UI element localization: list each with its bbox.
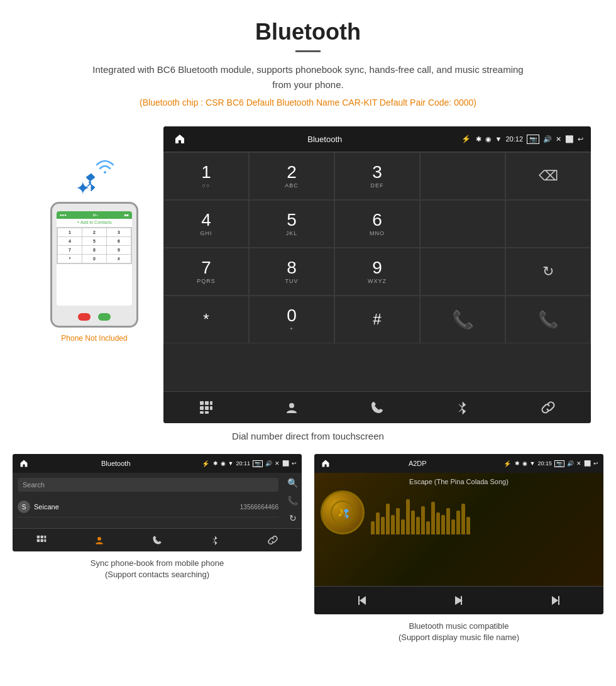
panel-usb-icon: ⚡ (202, 460, 209, 467)
call-action-btn[interactable]: 📞 (287, 495, 298, 506)
dial-key-9[interactable]: 9 WXYZ (334, 248, 420, 296)
panel-back-icon: ↩ (292, 460, 297, 467)
dial-key-6[interactable]: 6 MNO (334, 200, 420, 248)
search-bar[interactable]: Search (18, 478, 278, 492)
nav-contacts-btn[interactable] (249, 392, 334, 423)
dial-key-5[interactable]: 5 JKL (249, 200, 334, 248)
phone-key-8[interactable]: 8 (82, 246, 106, 254)
contact-row[interactable]: S Seicane 13566664466 (18, 497, 278, 517)
phone-key-7[interactable]: 7 (58, 246, 82, 254)
phone-carrier: M+ (93, 213, 99, 217)
svg-rect-19 (358, 596, 360, 605)
panel-nav-bluetooth[interactable] (186, 529, 244, 551)
dial-key-3[interactable]: 3 DEF (334, 152, 420, 200)
music-back-icon: ↩ (593, 460, 598, 467)
nav-link-btn[interactable] (505, 392, 591, 423)
music-home-btn[interactable] (319, 457, 332, 470)
nav-phone-btn[interactable] (334, 392, 420, 423)
phone-key-0[interactable]: 0 (82, 255, 106, 263)
eq-bar-12 (426, 521, 430, 534)
eq-bar-18 (456, 511, 460, 535)
dial-key-0[interactable]: 0 + (249, 296, 334, 343)
music-album-art: ♪ (321, 490, 365, 534)
eq-bar-19 (461, 504, 465, 534)
close-icon: ✕ (556, 135, 561, 143)
refresh-action-btn[interactable]: ↻ (289, 513, 297, 523)
phone-key-4[interactable]: 4 (58, 237, 82, 245)
refresh-icon: ↻ (542, 263, 554, 280)
wifi-signal-icon (94, 155, 116, 181)
music-controls (314, 586, 603, 614)
page-info-orange: (Bluetooth chip : CSR BC6 Default Blueto… (13, 97, 603, 108)
svg-rect-14 (44, 539, 46, 542)
phone-key-star[interactable]: * (58, 255, 82, 263)
dial-key-hash[interactable]: # (334, 296, 420, 343)
music-status-bar: A2DP ⚡ ✱ ◉ ▼ 20:15 📷 🔊 ✕ ⬜ ↩ (314, 454, 603, 473)
phonebook-side-actions: 🔍 📞 ↻ (283, 473, 302, 528)
phonebook-content-area: Search S Seicane 13566664466 🔍 📞 ↻ (13, 473, 302, 528)
music-screen: A2DP ⚡ ✱ ◉ ▼ 20:15 📷 🔊 ✕ ⬜ ↩ Escape (The… (314, 454, 603, 614)
music-win-icon: ⬜ (584, 460, 591, 467)
svg-rect-4 (205, 406, 209, 410)
dial-empty-4 (420, 248, 505, 296)
panel-time: 20:11 (236, 460, 250, 467)
svg-text:♪: ♪ (338, 504, 344, 519)
dial-backspace-btn[interactable]: ⌫ (505, 152, 591, 200)
dial-refresh-btn[interactable]: ↻ (505, 248, 591, 296)
panel-signal-icon: ▼ (228, 460, 234, 467)
dial-call-btn[interactable]: 📞 (420, 296, 505, 343)
dial-key-8[interactable]: 8 TUV (249, 248, 334, 296)
eq-bar-2 (376, 512, 380, 534)
panel-nav-grid[interactable] (13, 529, 70, 551)
main-content: ✦ ●●● M+ ■■ (0, 126, 616, 423)
panel-nav-link[interactable] (244, 529, 302, 551)
svg-point-15 (97, 537, 101, 541)
title-underline (295, 50, 321, 52)
panel-nav-phone[interactable] (128, 529, 186, 551)
phone-key-hash[interactable]: # (107, 255, 131, 263)
dial-key-star[interactable]: * (163, 296, 249, 343)
music-vol-icon: 🔊 (567, 460, 574, 467)
panel-x-icon: ✕ (275, 460, 280, 467)
phone-battery: ■■ (124, 213, 129, 217)
phonebook-screen-title: Bluetooth (34, 460, 198, 467)
phone-mockup: ●●● M+ ■■ + Add to Contacts 1 2 3 4 5 6 … (50, 202, 138, 328)
panel-home-btn[interactable] (18, 457, 30, 470)
eq-bar-20 (466, 517, 470, 534)
phone-key-1[interactable]: 1 (58, 228, 82, 236)
nav-bluetooth-btn[interactable] (420, 392, 505, 423)
play-pause-btn[interactable] (410, 587, 507, 614)
phone-key-9[interactable]: 9 (107, 246, 131, 254)
dial-key-1[interactable]: 1 ○○ (163, 152, 249, 200)
phone-key-2[interactable]: 2 (82, 228, 106, 236)
phone-keypad: 1 2 3 4 5 6 7 8 9 * 0 # (57, 227, 132, 264)
svg-rect-10 (41, 536, 43, 538)
signal-icon: ▼ (495, 135, 502, 143)
eq-bar-7 (401, 519, 405, 535)
panel-nav-contacts[interactable] (70, 529, 128, 551)
home-button[interactable] (171, 130, 189, 148)
phone-key-3[interactable]: 3 (107, 228, 131, 236)
panel-bt-icon: ✱ (213, 460, 218, 467)
location-icon: ◉ (485, 135, 492, 143)
add-contacts-btn[interactable]: + Add to Contacts (57, 219, 132, 226)
svg-rect-7 (205, 411, 209, 414)
call-red-icon: 📞 (538, 310, 558, 329)
phone-bottom-bar (78, 313, 111, 321)
dial-key-4[interactable]: 4 GHI (163, 200, 249, 248)
prev-btn[interactable] (314, 587, 410, 614)
dial-key-7[interactable]: 7 PQRS (163, 248, 249, 296)
dial-key-2[interactable]: 2 ABC (249, 152, 334, 200)
car-screen-title: Bluetooth (194, 135, 456, 144)
phone-key-5[interactable]: 5 (82, 237, 106, 245)
phone-end-btn[interactable] (78, 313, 91, 321)
contact-initial: S (18, 501, 30, 513)
nav-grid-btn[interactable] (163, 392, 249, 423)
dial-end-call-btn[interactable]: 📞 (505, 296, 591, 343)
music-bt-icon: ✱ (515, 460, 520, 467)
next-btn[interactable] (507, 587, 603, 614)
phone-key-6[interactable]: 6 (107, 237, 131, 245)
phone-call-btn[interactable] (98, 313, 111, 321)
svg-rect-23 (558, 596, 559, 605)
search-action-btn[interactable]: 🔍 (287, 478, 298, 488)
